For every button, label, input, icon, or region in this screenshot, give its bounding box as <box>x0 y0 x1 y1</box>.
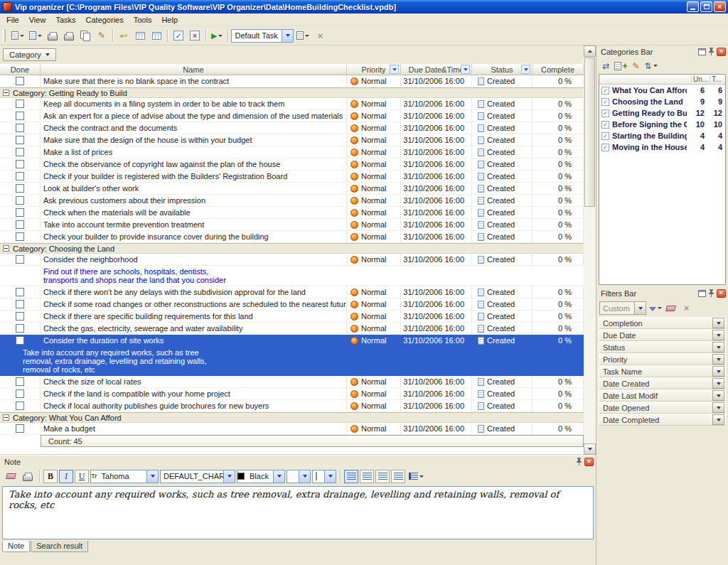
filter-row[interactable]: Date Completed <box>599 414 726 426</box>
group-by-category-button[interactable]: Category <box>3 48 56 61</box>
table-vertical-scrollbar[interactable] <box>584 45 596 455</box>
scroll-down-button[interactable] <box>584 443 596 455</box>
task-template-combo[interactable]: Default Task <box>231 29 294 43</box>
task-row[interactable]: Check if there won't be any delays with … <box>0 286 584 298</box>
maximize-button[interactable] <box>700 1 712 12</box>
task-row[interactable]: Check your builder to provide insurance … <box>0 231 584 243</box>
columns-button[interactable] <box>132 28 148 43</box>
task-row[interactable]: Keep all documents in a filing system in… <box>0 98 584 110</box>
edit-category-button[interactable]: ✎ <box>629 59 643 72</box>
title-bar[interactable]: Vip organizer [C:\Program Files\VIP Qual… <box>0 0 728 14</box>
italic-button[interactable]: I <box>59 470 73 483</box>
filter-row[interactable]: Task Name <box>599 365 726 377</box>
column-header-unassigned[interactable]: Un... <box>691 75 710 83</box>
collapse-icon[interactable] <box>3 245 9 252</box>
undo-button[interactable]: ↩ <box>116 28 132 43</box>
filter-dropdown-button[interactable] <box>712 330 724 340</box>
task-row[interactable]: Check if local authority publishes guide… <box>0 400 584 412</box>
task-row[interactable]: Make sure that the design of the house i… <box>0 134 584 146</box>
task-row[interactable]: Consider the duration of site worksNorma… <box>0 335 584 347</box>
selected-task-note-row[interactable]: Take into account any required works, su… <box>0 347 584 376</box>
collapse-icon[interactable] <box>3 414 9 421</box>
task-checkbox[interactable] <box>16 324 24 333</box>
menu-view[interactable]: View <box>24 14 51 26</box>
task-row[interactable]: Check the contract and the documentsNorm… <box>0 122 584 134</box>
category-item[interactable]: ✓Choosing the Land99 <box>599 96 725 107</box>
task-checkbox[interactable] <box>16 160 24 168</box>
align-right-button[interactable] <box>375 470 390 483</box>
align-center-button[interactable] <box>360 470 374 483</box>
category-group-row[interactable]: Category: What You Can Afford <box>0 412 584 423</box>
tab-note[interactable]: Note <box>2 541 30 552</box>
align-left-button[interactable] <box>344 470 358 483</box>
column-header-name[interactable]: Name <box>41 64 347 75</box>
task-note-row[interactable]: Find out if there are schools, hospitals… <box>0 266 584 286</box>
clear-filter-button[interactable] <box>664 301 678 315</box>
menu-tasks[interactable]: Tasks <box>50 14 80 26</box>
filter-row[interactable]: Completion <box>599 317 726 329</box>
task-row[interactable]: Take into account termite prevention tre… <box>0 219 584 231</box>
menu-tools[interactable]: Tools <box>129 14 157 26</box>
float-panel-icon[interactable] <box>698 48 706 55</box>
task-checkbox[interactable] <box>16 312 24 321</box>
close-categories-bar-button[interactable]: × <box>717 48 726 56</box>
task-row[interactable]: Look at builder's other workNormal31/10/… <box>0 183 584 195</box>
minimize-button[interactable] <box>687 1 699 12</box>
column-header-due[interactable]: Due Date&Time <box>401 64 472 75</box>
font-color-combo[interactable]: Black <box>237 470 285 483</box>
task-checkbox[interactable] <box>16 424 24 433</box>
task-checkbox[interactable] <box>16 136 24 144</box>
filter-dropdown-button[interactable] <box>712 390 724 401</box>
combo-dropdown-button[interactable] <box>146 470 158 483</box>
pin-icon[interactable] <box>708 48 714 55</box>
new-task-button[interactable] <box>9 28 26 43</box>
close-button[interactable]: × <box>714 1 726 12</box>
menu-categories[interactable]: Categories <box>81 14 129 26</box>
combo-dropdown-button[interactable] <box>273 470 284 483</box>
filter-preset-combo[interactable]: Custom <box>599 301 646 315</box>
pin-icon[interactable] <box>576 458 582 466</box>
filter-dropdown-button[interactable] <box>712 366 724 377</box>
close-filters-bar-button[interactable]: × <box>717 289 726 298</box>
toolbar-grip[interactable] <box>3 29 6 42</box>
charset-combo[interactable]: DEFAULT_CHAR <box>160 470 235 483</box>
task-checkbox[interactable] <box>16 300 24 308</box>
copy-button[interactable] <box>77 28 93 43</box>
filter-row[interactable]: Date Created <box>599 377 726 389</box>
column-header-done[interactable]: Done <box>0 64 41 75</box>
filter-row[interactable]: Due Date <box>599 329 726 341</box>
print-preview-button[interactable] <box>61 28 77 43</box>
task-checkbox[interactable] <box>16 184 24 193</box>
apply-filter-button[interactable] <box>648 301 662 315</box>
bold-button[interactable]: B <box>43 470 58 483</box>
task-checkbox[interactable] <box>16 255 24 264</box>
clear-note-button[interactable] <box>3 468 18 484</box>
task-checkbox[interactable] <box>16 288 24 296</box>
edit-template-button[interactable] <box>294 28 311 43</box>
priority-filter-button[interactable] <box>390 65 399 74</box>
highlight-color-combo[interactable] <box>287 470 311 483</box>
filter-dropdown-button[interactable] <box>712 318 724 328</box>
task-checkbox[interactable] <box>16 196 24 205</box>
task-row[interactable]: Ask an expert for a piece of advise abou… <box>0 110 584 122</box>
filter-dropdown-button[interactable] <box>712 414 724 425</box>
collapse-icon[interactable] <box>3 90 9 96</box>
category-item[interactable]: ✓What You Can Afford66 <box>599 85 725 96</box>
task-row[interactable]: Ask previous customers about their impre… <box>0 195 584 207</box>
task-row[interactable]: Check if the land is compatible with you… <box>0 388 584 400</box>
due-filter-button[interactable] <box>461 65 470 74</box>
print-button[interactable] <box>45 28 60 43</box>
insert-symbol-combo[interactable] <box>312 470 336 483</box>
task-checkbox[interactable] <box>16 232 24 241</box>
task-checkbox[interactable] <box>16 402 24 410</box>
task-checkbox[interactable] <box>16 99 24 108</box>
filter-dropdown-button[interactable] <box>712 378 724 389</box>
scrollbar-thumb[interactable] <box>584 58 595 207</box>
combo-dropdown-button[interactable] <box>299 470 310 483</box>
filter-dropdown-button[interactable] <box>712 342 724 353</box>
filter-row[interactable]: Status <box>599 341 726 353</box>
float-panel-icon[interactable] <box>698 290 706 297</box>
category-group-row[interactable]: Category: Choosing the Land <box>0 243 584 254</box>
column-header-complete[interactable]: Complete <box>532 64 584 75</box>
task-row[interactable]: Make a budgetNormal31/10/2006 16:00Creat… <box>0 423 584 435</box>
